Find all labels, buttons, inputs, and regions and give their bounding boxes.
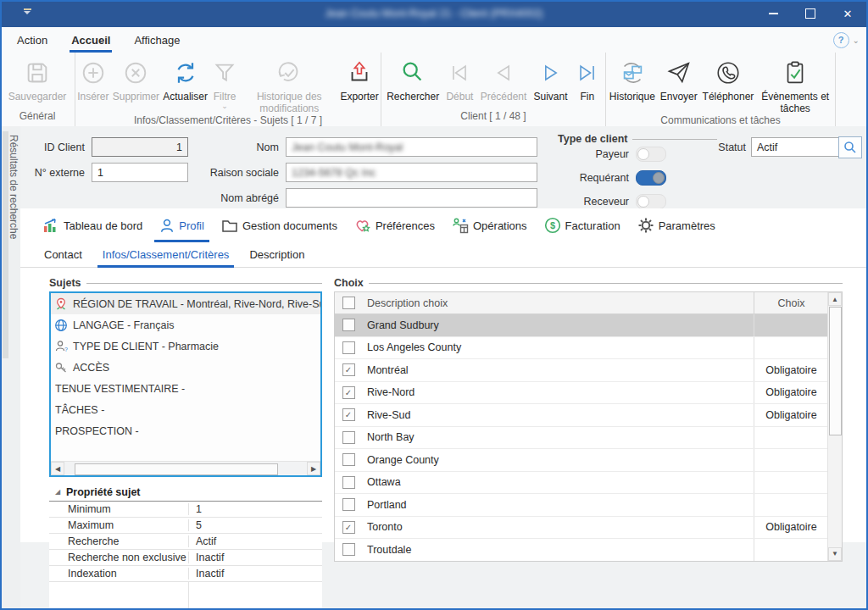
subtab-contact[interactable]: Contact [34, 242, 92, 267]
list-item[interactable]: PROSPECTION - [51, 420, 320, 441]
row-checkbox[interactable] [342, 476, 355, 489]
no-externe-field[interactable]: 1 [92, 163, 188, 182]
chevron-down-icon[interactable]: ⌄ [853, 36, 860, 45]
search-results-strip[interactable]: Résultats de recherche [0, 126, 20, 608]
scroll-right-button[interactable]: ▶ [307, 462, 320, 475]
menu-accueil[interactable]: Accueil [59, 27, 122, 53]
map-pin-icon [53, 297, 69, 311]
row-checkbox[interactable] [342, 453, 355, 466]
tab-gestion-documents[interactable]: Gestion documents [213, 208, 346, 242]
row-checkbox[interactable] [342, 431, 355, 444]
table-row[interactable]: Portland [335, 494, 828, 517]
requerant-toggle[interactable] [636, 170, 666, 186]
subtab-infos-classement-criteres[interactable]: Infos/Classement/Critères [92, 242, 240, 267]
scroll-thumb[interactable] [75, 463, 278, 475]
scroll-left-button[interactable]: ◀ [51, 462, 64, 475]
events-tasks-button[interactable]: Évènements et tâches [757, 55, 833, 114]
menu-affichage[interactable]: Affichage [122, 27, 192, 53]
scroll-up-button[interactable]: ▲ [828, 292, 842, 306]
insert-button[interactable]: Insérer [75, 55, 110, 103]
table-row[interactable]: ✓ Rive-Sud Obligatoire [335, 404, 828, 427]
previous-button[interactable]: Précédent [479, 55, 529, 103]
search-button[interactable]: Rechercher [385, 55, 441, 103]
collapse-expander-icon[interactable]: ◢ [49, 488, 66, 496]
minimize-button[interactable] [754, 0, 792, 27]
list-item[interactable]: ACCÈS [51, 357, 320, 378]
table-row[interactable]: ✓ Montréal Obligatoire [335, 359, 828, 382]
send-label: Envoyer [660, 91, 698, 103]
table-row[interactable]: Grand Sudbury [335, 314, 828, 337]
delete-label: Supprimer [113, 91, 159, 103]
menu-action[interactable]: Action [5, 27, 59, 53]
list-item[interactable]: ? TYPE DE CLIENT - Pharmacie [51, 336, 320, 357]
tab-tableau-de-bord[interactable]: Tableau de bord [34, 208, 151, 242]
tab-parametres[interactable]: Paramètres [629, 208, 724, 242]
select-all-checkbox[interactable] [342, 297, 355, 309]
phone-button[interactable]: Téléphoner [701, 55, 756, 103]
operations-icon [452, 217, 469, 234]
payeur-toggle[interactable] [636, 147, 666, 162]
scroll-thumb[interactable] [829, 307, 842, 435]
row-checkbox[interactable]: ✓ [342, 521, 355, 534]
table-row[interactable]: ✓ Rive-Nord Obligatoire [335, 382, 828, 405]
tab-operations[interactable]: Opérations [443, 208, 536, 242]
history-modifications-button[interactable]: Historique des modifications [240, 55, 338, 114]
last-button[interactable]: Fin [573, 55, 602, 103]
next-button[interactable]: Suivant [532, 55, 570, 103]
table-row[interactable]: North Bay [335, 427, 828, 450]
row-checkbox[interactable]: ✓ [342, 363, 355, 376]
row-checkbox[interactable] [342, 341, 355, 354]
tab-profil[interactable]: Profil [151, 208, 213, 242]
tab-facturation[interactable]: $ Facturation [536, 208, 629, 242]
nom-abrege-field[interactable] [286, 188, 537, 208]
sujets-horizontal-scrollbar[interactable]: ◀ ▶ [51, 461, 320, 475]
export-button[interactable]: Exporter [338, 55, 380, 103]
maximize-button[interactable] [792, 0, 829, 27]
list-item[interactable]: LANGAGE - Français [51, 314, 320, 336]
row-checkbox[interactable]: ✓ [342, 408, 355, 421]
table-row[interactable]: Recherche non exclusive Inactif [49, 550, 322, 566]
first-button[interactable]: Début [444, 55, 475, 103]
table-row[interactable]: Indexation Inactif [49, 566, 322, 582]
table-row[interactable]: Orange County [335, 449, 828, 472]
table-row[interactable]: Maximum 5 [49, 518, 322, 534]
tab-preferences[interactable]: Préférences [346, 208, 443, 242]
column-header-description[interactable]: Description choix [362, 297, 754, 309]
row-checkbox[interactable]: ✓ [342, 386, 355, 399]
table-row[interactable]: Los Angeles County [335, 337, 828, 360]
statut-lookup-button[interactable] [838, 136, 862, 158]
subtab-description[interactable]: Description [239, 242, 314, 267]
sujets-listbox[interactable]: RÉGION DE TRAVAIL - Montréal, Rive-Nord,… [49, 291, 322, 477]
row-checkbox[interactable] [342, 319, 355, 331]
row-checkbox[interactable] [342, 543, 355, 556]
list-item[interactable]: TENUE VESTIMENTAIRE - [51, 378, 320, 399]
receveur-toggle[interactable] [636, 194, 666, 209]
nom-field[interactable]: Jean Coutu Mont-Royal [286, 137, 537, 157]
id-client-field[interactable]: 1 [92, 137, 188, 157]
propriete-sujet-header[interactable]: ◢ Propriété sujet [49, 483, 322, 502]
table-row[interactable]: Troutdale [335, 539, 828, 561]
delete-button[interactable]: Supprimer [111, 55, 161, 103]
close-button[interactable]: ✕ [829, 0, 866, 27]
quick-access-customize-icon[interactable] [22, 8, 32, 19]
choix-vertical-scrollbar[interactable]: ▲ ▼ [827, 292, 842, 561]
table-row[interactable]: Recherche Actif [49, 534, 322, 550]
help-icon[interactable]: ? [833, 32, 849, 48]
list-item[interactable]: TÂCHES - [51, 399, 320, 420]
refresh-button[interactable]: Actualiser [161, 55, 209, 103]
comm-history-button[interactable]: Historique [608, 55, 657, 103]
table-row[interactable]: Minimum 1 [49, 502, 322, 518]
column-header-choix[interactable]: Choix [754, 292, 828, 313]
row-checkbox[interactable] [342, 498, 355, 511]
scroll-down-button[interactable]: ▼ [828, 547, 842, 561]
list-item[interactable]: RÉGION DE TRAVAIL - Montréal, Rive-Nord,… [51, 293, 320, 314]
raison-sociale-field[interactable]: 1234-5678 Qc Inc [286, 163, 537, 182]
filter-button[interactable]: Filtre ⌄ [209, 55, 240, 109]
save-button[interactable]: Sauvegarder [7, 55, 69, 103]
table-row[interactable]: ✓ Toronto Obligatoire [335, 517, 828, 540]
send-button[interactable]: Envoyer [659, 55, 699, 103]
statut-field[interactable]: Actif [751, 137, 848, 157]
phone-label: Téléphoner [703, 91, 754, 103]
export-label: Exporter [340, 91, 378, 103]
table-row[interactable]: Ottawa [335, 472, 828, 495]
